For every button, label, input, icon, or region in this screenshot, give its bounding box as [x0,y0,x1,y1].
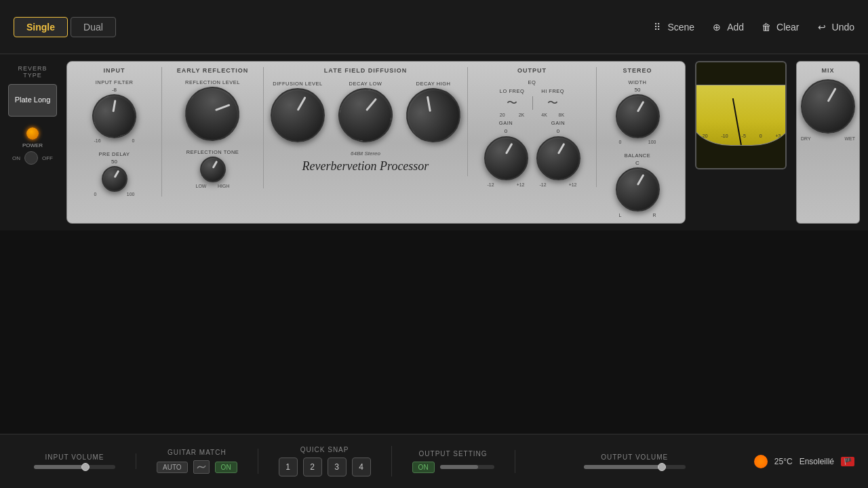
output-setting-slider[interactable] [440,465,494,469]
input-label: INPUT [104,67,125,74]
output-setting-fill [440,465,478,469]
lo-gain-value: 0 [505,128,507,134]
lo-gain-col: GAIN 0 -12 +12 [484,120,528,187]
balance-marks: L R [619,213,656,218]
on-label: ON [12,155,20,161]
output-volume-slider-track[interactable] [584,465,686,469]
output-on-badge[interactable]: ON [412,462,435,473]
undo-button[interactable]: ↩ Undo [816,21,854,33]
snap-btn-2[interactable]: 2 [303,458,322,476]
guitar-match-icon[interactable] [193,460,210,474]
refl-level-group: REFLECTION LEVEL [185,79,240,141]
balance-group: BALANCE C L R [616,152,660,218]
input-filter-value: -8 [112,87,117,93]
decay-low-knob[interactable] [334,84,397,147]
hi-freq-label: HI FREQ [541,88,564,94]
input-volume-thumb[interactable] [81,463,90,471]
mix-section: MIX DRY WET [796,61,860,224]
width-marks: 0 100 [619,140,656,144]
weather-text: Ensoleillé [800,457,834,466]
width-value: 50 [635,87,641,93]
pre-delay-knob[interactable] [102,166,127,192]
lfd-section: LATE FIELD DIFFUSION DIFFUSION LEVEL DEC… [264,67,468,176]
hi-gain-label: GAIN [551,120,565,126]
output-setting-control: ON [412,462,494,473]
top-actions: ⠿ Scene ⊕ Add 🗑 Clear ↩ Undo [651,21,854,33]
diff-level-knob[interactable] [271,88,325,142]
hi-freq-range: 4K 8K [541,113,564,117]
plugin-area: REVERB TYPE Plate Long POWER ON OFF INPU… [0,54,868,230]
guitar-on-badge[interactable]: ON [215,462,237,473]
decay-high-knob[interactable] [395,77,472,154]
lo-gain-marks: -12 +12 [488,182,525,187]
input-volume-label: INPUT VOLUME [45,453,104,461]
input-filter-scale: -16 0 [94,94,135,143]
flag-icon: 🏴 [841,457,854,466]
vu-display: -20 -10 -5 0 +3 [695,85,787,146]
guitar-match-label: GUITAR MATCH [167,449,226,456]
bottom-bar: INPUT VOLUME GUITAR MATCH AUTO ON QUICK … [0,434,868,488]
snap-btn-1[interactable]: 1 [279,458,298,476]
output-volume-fill [584,465,660,469]
balance-knob[interactable] [616,167,660,211]
mix-marks: DRY WET [801,136,855,141]
snap-btn-3[interactable]: 3 [328,458,347,476]
early-reflection-section: EARLY REFLECTION REFLECTION LEVEL REFLEC… [162,67,264,188]
output-volume-thumb[interactable] [658,463,666,471]
hi-freq-symbol: 〜 [547,96,558,110]
dual-mode-button[interactable]: Dual [71,17,116,37]
output-setting-label: OUTPUT SETTING [419,450,488,458]
balance-value: C [635,160,639,166]
lo-gain-knob[interactable] [484,136,528,180]
quick-snap-control: 1 2 3 4 [279,458,371,476]
add-icon: ⊕ [711,21,723,33]
input-volume-section: INPUT VOLUME [14,453,136,469]
top-bar: Single Dual ⠿ Scene ⊕ Add 🗑 Clear ↩ Undo [0,0,868,54]
eq-gain-row: GAIN 0 -12 +12 GAIN 0 -12 +12 [484,120,580,187]
mix-knob[interactable] [801,79,855,134]
scene-icon: ⠿ [651,21,663,33]
diff-level-group: DIFFUSION LEVEL [271,81,325,142]
input-filter-marks: -16 0 [94,138,135,143]
scene-button[interactable]: ⠿ Scene [651,21,694,33]
vu-meter: -20 -10 -5 0 +3 [695,61,787,169]
eq-divider [532,96,533,110]
weather-icon [754,455,768,468]
power-label: POWER [22,142,43,148]
hi-gain-value: 0 [557,128,559,134]
output-eq-section: OUTPUT EQ LO FREQ 〜 20 2K HI FREQ 〜 4K [468,67,597,187]
input-filter-label: INPUT FILTER [96,79,134,85]
refl-level-label: REFLECTION LEVEL [185,79,240,85]
power-led [26,127,39,140]
mode-buttons: Single Dual [14,17,116,37]
refl-level-knob[interactable] [174,76,251,152]
add-button[interactable]: ⊕ Add [711,21,744,33]
reverb-type-section: REVERB TYPE Plate Long POWER ON OFF [5,61,60,224]
clear-button[interactable]: 🗑 Clear [760,21,799,33]
mix-label: MIX [821,67,834,74]
power-section: POWER ON OFF [12,127,53,165]
single-mode-button[interactable]: Single [14,17,68,37]
pre-delay-marks: 0 100 [94,192,135,197]
input-volume-fill [34,465,83,469]
brand-area: 64Bit Stereo Reverbervetion Processor [302,150,429,176]
lo-gain-label: GAIN [499,120,513,126]
snap-btn-4[interactable]: 4 [352,458,371,476]
guitar-match-section: GUITAR MATCH AUTO ON [136,449,258,474]
refl-tone-knob[interactable] [200,157,226,182]
power-switch-knob[interactable] [24,151,38,165]
input-filter-group: INPUT FILTER -8 -16 0 [94,79,135,143]
reverb-type-button[interactable]: Plate Long [8,84,57,117]
input-filter-knob[interactable] [86,88,142,144]
lo-freq-col: LO FREQ 〜 20 2K [500,88,524,117]
hi-gain-knob[interactable] [536,136,580,180]
hi-freq-col: HI FREQ 〜 4K 8K [541,88,564,117]
off-label: OFF [42,155,53,161]
width-knob[interactable] [616,94,660,138]
guitar-auto-badge[interactable]: AUTO [157,462,188,473]
input-volume-slider-track[interactable] [34,465,115,469]
lo-freq-label: LO FREQ [500,88,524,94]
lfd-label: LATE FIELD DIFFUSION [324,67,407,74]
status-bar: 25°C Ensoleillé 🏴 [754,455,854,468]
refl-tone-label: REFLECTION TONE [186,149,239,155]
